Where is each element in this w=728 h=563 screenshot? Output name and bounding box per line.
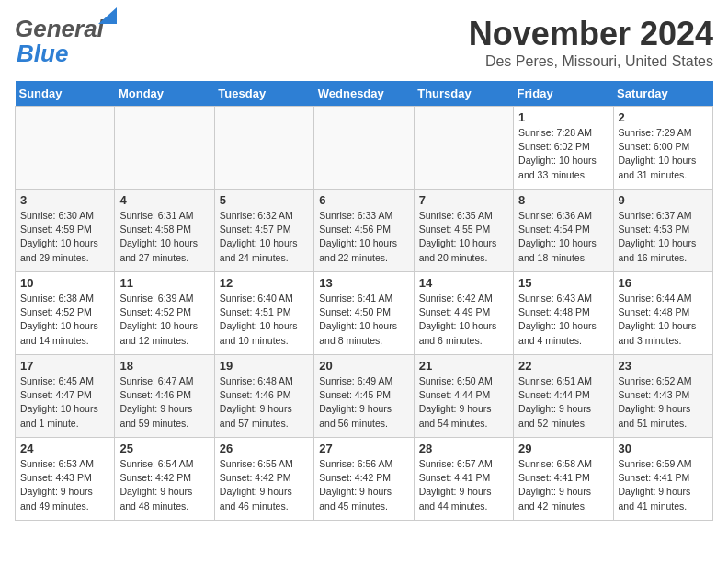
- day-info: Sunrise: 6:40 AM Sunset: 4:51 PM Dayligh…: [220, 292, 309, 348]
- day-info: Sunrise: 6:39 AM Sunset: 4:52 PM Dayligh…: [119, 292, 209, 348]
- calendar-cell: 29Sunrise: 6:58 AM Sunset: 4:41 PM Dayli…: [514, 438, 613, 521]
- day-info: Sunrise: 6:55 AM Sunset: 4:42 PM Dayligh…: [220, 457, 309, 513]
- calendar-cell: 19Sunrise: 6:48 AM Sunset: 4:46 PM Dayli…: [214, 355, 313, 438]
- calendar-cell: 11Sunrise: 6:39 AM Sunset: 4:52 PM Dayli…: [115, 272, 214, 355]
- day-number: 1: [518, 110, 608, 124]
- day-info: Sunrise: 7:29 AM Sunset: 6:00 PM Dayligh…: [619, 126, 708, 182]
- calendar-cell: 14Sunrise: 6:42 AM Sunset: 4:49 PM Dayli…: [414, 272, 513, 355]
- calendar-week-row: 1Sunrise: 7:28 AM Sunset: 6:02 PM Daylig…: [16, 107, 713, 190]
- calendar-cell: 28Sunrise: 6:57 AM Sunset: 4:41 PM Dayli…: [414, 438, 513, 521]
- day-info: Sunrise: 6:37 AM Sunset: 4:53 PM Dayligh…: [619, 209, 708, 265]
- day-info: Sunrise: 6:47 AM Sunset: 4:46 PM Dayligh…: [119, 374, 209, 431]
- day-number: 14: [419, 276, 508, 290]
- calendar-cell: 17Sunrise: 6:45 AM Sunset: 4:47 PM Dayli…: [16, 355, 115, 438]
- day-number: 25: [119, 442, 209, 455]
- calendar-cell: 13Sunrise: 6:41 AM Sunset: 4:50 PM Dayli…: [314, 272, 414, 355]
- day-number: 15: [518, 276, 608, 290]
- day-info: Sunrise: 6:50 AM Sunset: 4:44 PM Dayligh…: [419, 374, 508, 431]
- calendar-week-row: 10Sunrise: 6:38 AM Sunset: 4:52 PM Dayli…: [16, 272, 713, 355]
- day-info: Sunrise: 6:33 AM Sunset: 4:56 PM Dayligh…: [319, 209, 408, 265]
- day-number: 26: [220, 442, 309, 455]
- day-number: 7: [419, 193, 508, 207]
- day-info: Sunrise: 6:53 AM Sunset: 4:43 PM Dayligh…: [20, 457, 109, 513]
- day-info: Sunrise: 6:58 AM Sunset: 4:41 PM Dayligh…: [518, 457, 608, 513]
- page-header: General Blue November 2024 Des Peres, Mi…: [15, 15, 713, 70]
- weekday-header: Saturday: [613, 81, 712, 107]
- day-number: 5: [220, 193, 309, 207]
- day-number: 11: [119, 276, 209, 290]
- day-number: 30: [619, 442, 708, 455]
- day-info: Sunrise: 6:51 AM Sunset: 4:44 PM Dayligh…: [518, 374, 608, 431]
- day-number: 2: [619, 110, 708, 124]
- day-info: Sunrise: 6:38 AM Sunset: 4:52 PM Dayligh…: [20, 292, 109, 348]
- day-info: Sunrise: 7:28 AM Sunset: 6:02 PM Dayligh…: [518, 126, 608, 182]
- weekday-header: Tuesday: [214, 81, 313, 107]
- day-info: Sunrise: 6:41 AM Sunset: 4:50 PM Dayligh…: [319, 292, 408, 348]
- calendar-cell: 8Sunrise: 6:36 AM Sunset: 4:54 PM Daylig…: [514, 190, 613, 272]
- calendar-cell: [115, 107, 214, 190]
- weekday-header: Wednesday: [314, 81, 414, 107]
- location-subtitle: Des Peres, Missouri, United States: [469, 53, 713, 70]
- calendar-cell: 20Sunrise: 6:49 AM Sunset: 4:45 PM Dayli…: [314, 355, 414, 438]
- logo-arrow-icon: [98, 7, 117, 24]
- day-number: 24: [20, 442, 109, 455]
- day-info: Sunrise: 6:45 AM Sunset: 4:47 PM Dayligh…: [20, 374, 109, 431]
- svg-marker-0: [98, 7, 117, 24]
- calendar-week-row: 24Sunrise: 6:53 AM Sunset: 4:43 PM Dayli…: [16, 438, 713, 521]
- calendar-cell: [314, 107, 414, 190]
- logo: General Blue: [15, 15, 104, 68]
- calendar-cell: [414, 107, 513, 190]
- logo-general: General: [15, 15, 104, 42]
- day-info: Sunrise: 6:56 AM Sunset: 4:42 PM Dayligh…: [319, 457, 408, 513]
- calendar-cell: 26Sunrise: 6:55 AM Sunset: 4:42 PM Dayli…: [214, 438, 313, 521]
- day-info: Sunrise: 6:57 AM Sunset: 4:41 PM Dayligh…: [419, 457, 508, 513]
- title-section: November 2024 Des Peres, Missouri, Unite…: [469, 15, 713, 70]
- day-info: Sunrise: 6:30 AM Sunset: 4:59 PM Dayligh…: [20, 209, 109, 265]
- day-number: 9: [619, 193, 708, 207]
- month-title: November 2024: [469, 15, 713, 53]
- calendar-cell: [214, 107, 313, 190]
- day-info: Sunrise: 6:44 AM Sunset: 4:48 PM Dayligh…: [619, 292, 708, 348]
- day-number: 21: [419, 359, 508, 373]
- calendar-cell: 21Sunrise: 6:50 AM Sunset: 4:44 PM Dayli…: [414, 355, 513, 438]
- calendar-cell: 5Sunrise: 6:32 AM Sunset: 4:57 PM Daylig…: [214, 190, 313, 272]
- calendar-cell: 9Sunrise: 6:37 AM Sunset: 4:53 PM Daylig…: [613, 190, 712, 272]
- calendar-cell: 23Sunrise: 6:52 AM Sunset: 4:43 PM Dayli…: [613, 355, 712, 438]
- calendar-cell: 22Sunrise: 6:51 AM Sunset: 4:44 PM Dayli…: [514, 355, 613, 438]
- calendar-cell: 27Sunrise: 6:56 AM Sunset: 4:42 PM Dayli…: [314, 438, 414, 521]
- day-info: Sunrise: 6:49 AM Sunset: 4:45 PM Dayligh…: [319, 374, 408, 431]
- day-number: 23: [619, 359, 708, 373]
- day-number: 29: [518, 442, 608, 455]
- day-info: Sunrise: 6:52 AM Sunset: 4:43 PM Dayligh…: [619, 374, 708, 431]
- calendar-cell: 1Sunrise: 7:28 AM Sunset: 6:02 PM Daylig…: [514, 107, 613, 190]
- calendar-week-row: 17Sunrise: 6:45 AM Sunset: 4:47 PM Dayli…: [16, 355, 713, 438]
- day-number: 6: [319, 193, 408, 207]
- calendar-cell: 7Sunrise: 6:35 AM Sunset: 4:55 PM Daylig…: [414, 190, 513, 272]
- day-number: 4: [119, 193, 209, 207]
- weekday-header: Friday: [514, 81, 613, 107]
- calendar-cell: 10Sunrise: 6:38 AM Sunset: 4:52 PM Dayli…: [16, 272, 115, 355]
- day-info: Sunrise: 6:32 AM Sunset: 4:57 PM Dayligh…: [220, 209, 309, 265]
- calendar-cell: 25Sunrise: 6:54 AM Sunset: 4:42 PM Dayli…: [115, 438, 214, 521]
- day-number: 13: [319, 276, 408, 290]
- logo-blue: Blue: [17, 40, 68, 68]
- weekday-header: Thursday: [414, 81, 513, 107]
- calendar-cell: 2Sunrise: 7:29 AM Sunset: 6:00 PM Daylig…: [613, 107, 712, 190]
- day-number: 8: [518, 193, 608, 207]
- day-number: 19: [220, 359, 309, 373]
- calendar-cell: [16, 107, 115, 190]
- day-number: 22: [518, 359, 608, 373]
- day-number: 18: [119, 359, 209, 373]
- calendar-cell: 30Sunrise: 6:59 AM Sunset: 4:41 PM Dayli…: [613, 438, 712, 521]
- calendar-table: SundayMondayTuesdayWednesdayThursdayFrid…: [15, 81, 713, 521]
- calendar-cell: 4Sunrise: 6:31 AM Sunset: 4:58 PM Daylig…: [115, 190, 214, 272]
- day-number: 12: [220, 276, 309, 290]
- day-number: 20: [319, 359, 408, 373]
- weekday-header: Monday: [115, 81, 214, 107]
- day-info: Sunrise: 6:43 AM Sunset: 4:48 PM Dayligh…: [518, 292, 608, 348]
- day-info: Sunrise: 6:36 AM Sunset: 4:54 PM Dayligh…: [518, 209, 608, 265]
- day-number: 3: [20, 193, 109, 207]
- day-info: Sunrise: 6:35 AM Sunset: 4:55 PM Dayligh…: [419, 209, 508, 265]
- day-number: 27: [319, 442, 408, 455]
- calendar-cell: 3Sunrise: 6:30 AM Sunset: 4:59 PM Daylig…: [16, 190, 115, 272]
